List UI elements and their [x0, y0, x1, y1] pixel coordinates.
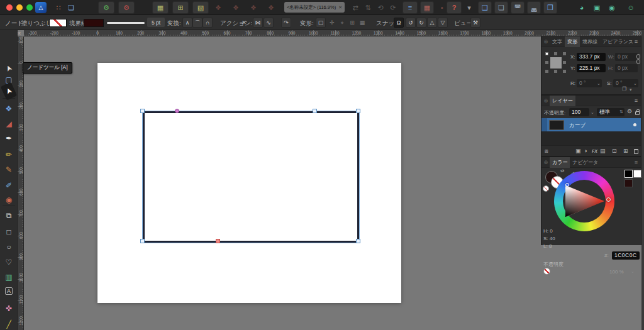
transform-origin-icon[interactable]: ✛ — [327, 18, 337, 28]
tab-character[interactable]: 文字 — [550, 36, 565, 47]
r-caret-icon[interactable]: ⌄ — [597, 81, 601, 86]
panel-menu-icon[interactable]: ≡ — [635, 97, 638, 104]
secondary-swatch-white[interactable] — [633, 170, 641, 178]
convert-sharp-icon[interactable]: ∧ — [182, 18, 192, 28]
tab-color[interactable]: カラー — [550, 157, 570, 168]
boolean-intersect-icon[interactable]: ◚ — [511, 1, 525, 14]
tab-layers[interactable]: レイヤー — [550, 96, 575, 106]
h-field[interactable]: 0 px — [615, 64, 638, 72]
boolean-combine-icon[interactable]: ❒ — [543, 1, 557, 14]
mesh-icon[interactable]: ❖ — [265, 1, 277, 14]
snap-magnet-icon[interactable]: Ω — [394, 18, 404, 28]
node-handle-top[interactable] — [313, 109, 317, 113]
action-join-curves-icon[interactable]: ⋈ — [253, 18, 263, 28]
anchor-point-right[interactable] — [563, 61, 566, 64]
insert-inside-icon[interactable]: ▣ — [591, 1, 602, 14]
stroke-width-field[interactable]: 5 pt — [147, 18, 165, 27]
opacity-caret-icon[interactable]: ⌄ — [591, 110, 594, 115]
close-document-icon[interactable]: ✕ — [338, 5, 342, 10]
pen-tool[interactable]: ✒ — [0, 133, 18, 144]
anchor-point-left[interactable] — [545, 61, 548, 64]
transform-duplicate-icon[interactable]: ❐ — [622, 87, 626, 92]
tab-navigator[interactable]: ナビゲータ — [570, 157, 601, 168]
layer-row-selected[interactable]: カーブ — [541, 118, 641, 131]
color-opacity-caret-icon[interactable]: ⌄ — [631, 269, 635, 274]
no-fill-icon[interactable] — [543, 185, 549, 192]
node-handle-top-right[interactable] — [356, 109, 360, 113]
anchor-point-bottom-left[interactable] — [545, 70, 548, 73]
maximize-window-button[interactable] — [26, 4, 33, 11]
document-tab[interactable]: <名称未設定> (116.9%) ✕ — [284, 2, 345, 13]
vector-brush-tool[interactable]: ✎ — [0, 164, 18, 175]
convert-smart-icon[interactable]: ∩ — [203, 18, 213, 28]
action-reverse-curve-icon[interactable]: ↷ — [281, 18, 291, 28]
edit-all-layers-icon[interactable]: ◉ — [606, 1, 618, 14]
stroke-width-slider[interactable] — [107, 22, 145, 24]
fill-swatch[interactable] — [49, 19, 67, 27]
adjustment-layer-icon[interactable]: ◑ — [584, 148, 587, 154]
selected-node-top[interactable] — [175, 109, 179, 113]
account-icon[interactable]: ☺ — [625, 1, 636, 14]
snap-grid-icon[interactable]: ▦ — [152, 1, 169, 14]
primary-swatch-black[interactable] — [625, 170, 633, 178]
distort-icon[interactable]: ❖ — [230, 1, 242, 14]
hue-ring-selector[interactable] — [606, 197, 611, 202]
flip-horizontal-icon[interactable]: ⇄ — [350, 1, 361, 14]
assistant-caret-icon[interactable]: ▾ — [464, 1, 475, 14]
measure-tool[interactable]: ╱ — [0, 319, 18, 330]
boolean-divide-icon[interactable]: ◛ — [527, 1, 541, 14]
snap-option-2-icon[interactable]: ↻ — [416, 18, 426, 28]
clip-mask-icon[interactable]: ⧈ — [545, 148, 548, 154]
warp-icon[interactable]: ❖ — [213, 1, 224, 14]
layer-lock-icon[interactable] — [635, 111, 640, 115]
vertical-ruler[interactable]: -100010020030040050060070080090010001100… — [18, 36, 24, 330]
w-field[interactable]: 0 px — [615, 53, 638, 61]
alignment-icon[interactable]: ≡ — [402, 1, 418, 14]
anchor-point-bottom-right[interactable] — [563, 70, 566, 73]
action-close-curve-icon[interactable]: ✕ — [239, 18, 249, 28]
anchor-point-top-left[interactable] — [545, 52, 548, 55]
node-handle-bottom-right[interactable] — [356, 239, 360, 243]
snap-option-1-icon[interactable]: ↺ — [406, 18, 416, 28]
highlighted-node-bottom[interactable] — [216, 239, 220, 243]
layer-thumbnail[interactable] — [549, 120, 564, 130]
color-opacity-value[interactable]: 100 % — [609, 269, 624, 275]
pencil-tool[interactable]: ✏ — [0, 149, 18, 160]
transform-bounds-icon[interactable]: ⊞ — [347, 18, 357, 28]
snap-option-4-icon[interactable]: ▽ — [438, 18, 448, 28]
opacity-no-fill-icon[interactable] — [543, 268, 550, 275]
perspective-icon[interactable]: ❖ — [248, 1, 259, 14]
tab-appearance[interactable]: アピアランス — [600, 36, 636, 47]
mask-layer-icon[interactable]: ▣ — [575, 148, 581, 154]
assistant-icon[interactable]: ? — [447, 1, 462, 14]
link-dimensions-icon[interactable] — [636, 59, 640, 64]
x-field[interactable]: 333.7 px — [577, 53, 606, 61]
node-handle-bottom-left[interactable] — [140, 239, 145, 243]
new-pixel-layer-icon[interactable]: ⊡ — [612, 148, 617, 154]
anchor-point-top[interactable] — [554, 52, 557, 55]
horizontal-ruler[interactable]: -300-200-1000100200300400500600700800900… — [24, 30, 641, 36]
insert-behind-icon[interactable]: ◕ — [576, 1, 587, 14]
layer-visibility-dot[interactable] — [633, 123, 636, 126]
stroke-swatch[interactable] — [84, 19, 104, 27]
settings-gear-icon[interactable]: ⚙ — [118, 1, 135, 14]
panel-menu-icon[interactable]: ≡ — [635, 38, 638, 45]
layer-opacity-field[interactable]: 100 % — [569, 108, 589, 116]
blend-caret-icon[interactable]: ⇅ — [619, 109, 623, 114]
point-transform-tool[interactable]: ❖ — [0, 103, 18, 114]
paint-brush-tool[interactable]: ✐ — [0, 180, 18, 191]
boolean-subtract-icon[interactable]: ❏ — [494, 1, 508, 14]
rectangle-tool[interactable]: □ — [0, 226, 18, 238]
transform-center-icon[interactable]: ⌖ — [337, 18, 347, 28]
tab-transform[interactable]: 変形 — [565, 36, 580, 47]
ellipse-tool[interactable]: ○ — [0, 241, 18, 253]
triangle-selector[interactable] — [565, 183, 569, 187]
transform-grid-icon[interactable]: ▦ — [357, 18, 367, 28]
picture-frame-tool[interactable]: ▥ — [0, 272, 18, 283]
swap-colors-icon[interactable]: ⇆ — [560, 168, 565, 173]
transform-mode-icon[interactable]: ▢ — [316, 18, 326, 28]
delete-layer-icon[interactable] — [634, 149, 638, 154]
rotate-ccw-icon[interactable]: ⟲ — [375, 1, 386, 14]
view-options-icon[interactable]: ⚒ — [470, 18, 480, 28]
live-filter-icon[interactable]: ▤ — [600, 148, 606, 154]
